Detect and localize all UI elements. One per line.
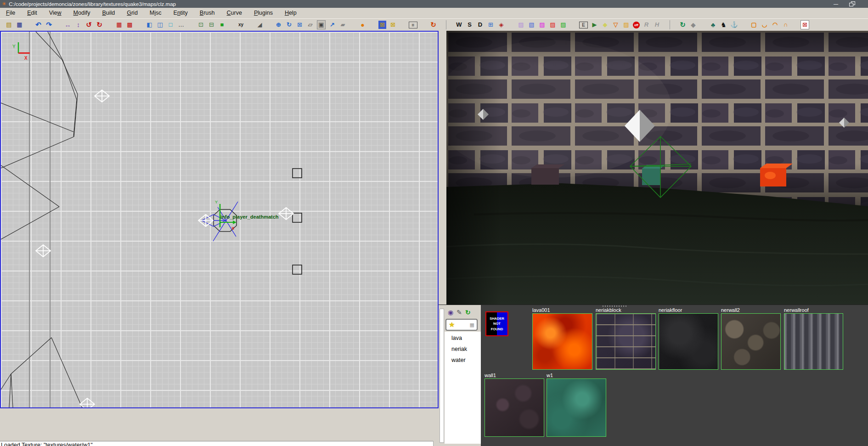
split-views-icon[interactable]: ◫ — [156, 21, 164, 29]
cone-icon[interactable]: ▽ — [612, 21, 620, 29]
csg-table-icon[interactable]: ▦ — [115, 21, 123, 29]
refresh-shaders-icon[interactable]: ↻ — [679, 21, 687, 29]
texture-tile-swatch[interactable] — [784, 313, 843, 370]
menu-edit[interactable]: Edit — [21, 8, 43, 18]
more-views-icon[interactable]: … — [177, 21, 185, 29]
creature-icon[interactable]: ♞ — [720, 21, 727, 29]
rotate-left-icon[interactable]: ↺ — [85, 21, 93, 29]
resize-mode-icon[interactable]: ↗ — [328, 21, 336, 29]
cube-subtract-icon[interactable]: ⊡ — [197, 21, 205, 29]
restore-button[interactable] — [849, 1, 855, 6]
texture-folder-list[interactable]: lava neriak water — [445, 332, 481, 444]
redo-icon[interactable]: ↷ — [45, 21, 53, 29]
favorites-box[interactable]: ★ ▦ — [445, 319, 478, 331]
square-brushes[interactable] — [293, 169, 302, 274]
sidebar-scrollbar[interactable] — [440, 309, 444, 443]
menu-curve[interactable]: Curve — [221, 8, 248, 18]
refresh-models-icon[interactable]: ↻ — [429, 21, 437, 29]
filter-green-icon[interactable]: ▨ — [559, 21, 567, 29]
entity-e-icon[interactable]: E — [579, 22, 588, 28]
filter-lavender-icon[interactable]: ▨ — [517, 21, 525, 29]
vertex-mode-icon[interactable]: ▰ — [339, 21, 347, 29]
lightmap-off-icon[interactable]: off — [633, 22, 640, 28]
menu-misc[interactable]: Misc — [144, 8, 168, 18]
texture-tile-nerwall2[interactable]: nerwall2 — [721, 307, 781, 370]
clipper-icon[interactable]: ◢ — [256, 21, 264, 29]
ship-icon[interactable]: ⚓ — [730, 21, 738, 29]
titlebar[interactable]: ✳ C:/code/projects/demoncia/zones/librar… — [0, 0, 868, 8]
texture-tile-lava001[interactable]: lava001 — [532, 307, 592, 370]
filter-structural-icon[interactable]: ▧ — [528, 21, 535, 29]
filter-r-icon[interactable]: R — [643, 21, 650, 29]
detail-brush-icon[interactable]: ◈ — [497, 21, 505, 29]
menu-plugins[interactable]: Plugins — [248, 8, 279, 18]
texture-folder-item[interactable]: water — [445, 354, 481, 365]
texture-lock-vertex-icon[interactable]: ⊠ — [389, 21, 397, 29]
change-views-icon[interactable]: ◧ — [146, 21, 153, 29]
texture-tile-nerwallroof[interactable]: nerwallroof — [784, 307, 843, 370]
textured-icon[interactable]: D — [476, 21, 484, 29]
csg-dotted-icon[interactable]: ▩ — [126, 21, 134, 29]
solid-icon[interactable]: S — [466, 21, 473, 29]
filter-magenta-icon[interactable]: ▨ — [538, 21, 546, 29]
texture-tile-swatch[interactable] — [596, 313, 656, 370]
show-shaders-icon[interactable]: ◉ — [448, 309, 453, 316]
entity-inspector-icon[interactable]: ⊞ — [487, 21, 495, 29]
panel-grip-handle[interactable] — [603, 305, 628, 307]
toggle-view-icon[interactable]: □ — [167, 21, 175, 29]
texture-folder-item[interactable]: lava — [445, 332, 481, 343]
undo-icon[interactable]: ↶ — [34, 21, 42, 29]
filter-yellow-icon[interactable]: ▨ — [622, 21, 630, 29]
patch-endcap-icon[interactable]: ◠ — [771, 21, 779, 29]
brush-wireframes-top[interactable] — [1, 32, 78, 239]
rotate-mode-icon[interactable]: ↻ — [285, 21, 293, 29]
trees-icon[interactable]: ♣ — [709, 21, 717, 29]
texture-tile-swatch[interactable] — [532, 313, 592, 370]
shader-stamp-icon[interactable]: ▦ — [470, 322, 474, 328]
edit-shader-icon[interactable]: ✎ — [457, 309, 462, 316]
weapon-icon[interactable]: ▶ — [591, 21, 598, 29]
shader-not-found-tile[interactable]: SHADER NOT FOUND — [485, 311, 508, 336]
drag-edges-icon[interactable]: ▣ — [317, 20, 326, 29]
xy-view-icon[interactable]: xy — [237, 21, 245, 29]
menu-grid[interactable]: Grid — [121, 8, 144, 18]
cube-hollow-icon[interactable]: ⊟ — [208, 21, 215, 29]
save-file-icon[interactable]: ▦ — [16, 21, 23, 29]
menu-help[interactable]: Help — [279, 8, 303, 18]
menu-file[interactable]: File — [0, 8, 21, 18]
console-scrollbar[interactable] — [433, 441, 439, 446]
3d-camera-view[interactable] — [446, 31, 868, 305]
texture-tile-swatch[interactable] — [721, 313, 781, 370]
rock-model-icon[interactable]: ◆ — [689, 21, 697, 29]
filter-red-icon[interactable]: ▨ — [549, 21, 557, 29]
nodraw-icon[interactable]: ⊠ — [800, 20, 809, 29]
scale-mode-icon[interactable]: ⊠ — [296, 21, 304, 29]
menu-view[interactable]: View — [43, 8, 68, 18]
texture-folder-item[interactable]: neriak — [445, 343, 481, 354]
refresh-textures-icon[interactable]: ↻ — [465, 309, 471, 316]
texture-tile-neriakfloor[interactable]: neriakfloor — [659, 307, 718, 370]
texture-tile-neriakblock[interactable]: neriakblock — [596, 307, 656, 370]
patch-square-icon[interactable]: ▢ — [750, 21, 758, 29]
cylinder-icon[interactable]: ● — [359, 21, 366, 29]
menu-brush[interactable]: Brush — [194, 8, 221, 18]
shear-mode-icon[interactable]: ▱ — [306, 21, 314, 29]
texture-tile-wall1[interactable]: wall1 — [485, 373, 544, 437]
patch-cylinder-icon[interactable]: ∩ — [782, 21, 789, 29]
console-output[interactable]: Loaded Texture: "textures/water/w1" map … — [0, 441, 439, 446]
menu-build[interactable]: Build — [96, 8, 121, 18]
open-file-icon[interactable]: ▤ — [5, 21, 13, 29]
entity-list-icon[interactable]: ≡ — [409, 22, 417, 28]
menu-modify[interactable]: Modify — [68, 8, 96, 18]
item-diamond-icon[interactable]: ◆ — [601, 21, 609, 29]
translate-mode-icon[interactable]: ⊕ — [275, 21, 282, 29]
brush-wireframes-bottom[interactable] — [1, 338, 83, 407]
2d-grid-view[interactable]: Y X — [0, 31, 439, 408]
favorites-star-icon[interactable]: ★ — [449, 321, 455, 329]
wireframe-icon[interactable]: W — [455, 21, 463, 29]
entity-diamond-handles[interactable] — [36, 90, 293, 407]
rotate-right-icon[interactable]: ↻ — [96, 21, 103, 29]
cube-merge-icon[interactable]: ■ — [218, 21, 226, 29]
filter-h-icon[interactable]: H — [653, 21, 661, 29]
texture-grid[interactable]: SHADER NOT FOUND lava001 neriakblock — [481, 305, 868, 446]
